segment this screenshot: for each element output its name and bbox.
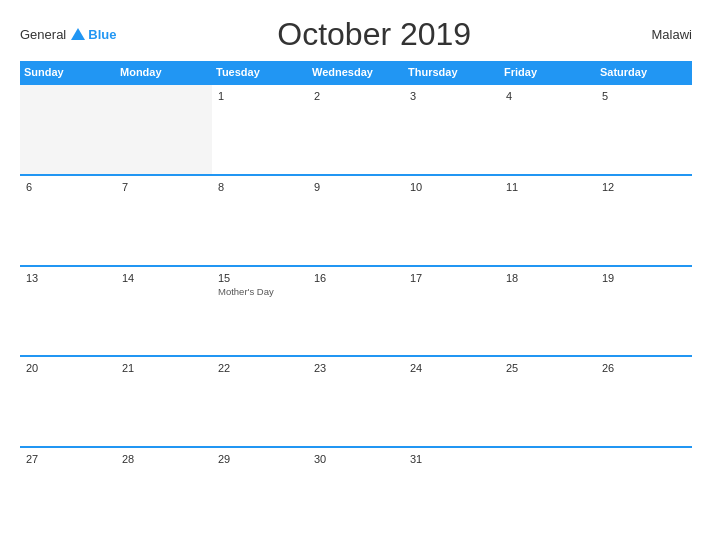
day-number: 15: [218, 272, 302, 284]
day-number: 6: [26, 181, 110, 193]
calendar-title: October 2019: [116, 16, 632, 53]
calendar-cell: 28: [116, 447, 212, 538]
calendar-cell: 7: [116, 175, 212, 266]
header-sunday: Sunday: [20, 61, 116, 84]
calendar-cell: 2: [308, 84, 404, 175]
day-number: 28: [122, 453, 206, 465]
calendar-cell: 1: [212, 84, 308, 175]
day-number: 7: [122, 181, 206, 193]
calendar-cell: 17: [404, 266, 500, 357]
calendar-page: General Blue October 2019 Malawi Sunday …: [0, 0, 712, 550]
calendar-cell: 21: [116, 356, 212, 447]
day-number: 12: [602, 181, 686, 193]
day-number: 13: [26, 272, 110, 284]
calendar-cell: 19: [596, 266, 692, 357]
day-number: 1: [218, 90, 302, 102]
calendar-week-2: 6789101112: [20, 175, 692, 266]
day-number: 14: [122, 272, 206, 284]
calendar-cell: 26: [596, 356, 692, 447]
calendar-cell: 3: [404, 84, 500, 175]
calendar-cell: 10: [404, 175, 500, 266]
header-friday: Friday: [500, 61, 596, 84]
calendar-cell: 11: [500, 175, 596, 266]
calendar-cell: 14: [116, 266, 212, 357]
top-bar: General Blue October 2019 Malawi: [20, 16, 692, 53]
calendar-cell: 27: [20, 447, 116, 538]
logo: General Blue: [20, 27, 116, 42]
calendar-cell: 30: [308, 447, 404, 538]
day-number: 24: [410, 362, 494, 374]
day-number: 26: [602, 362, 686, 374]
calendar-cell: 22: [212, 356, 308, 447]
header-row: Sunday Monday Tuesday Wednesday Thursday…: [20, 61, 692, 84]
day-number: 3: [410, 90, 494, 102]
calendar-table: Sunday Monday Tuesday Wednesday Thursday…: [20, 61, 692, 538]
day-number: 11: [506, 181, 590, 193]
logo-blue: Blue: [88, 27, 116, 42]
calendar-cell: 29: [212, 447, 308, 538]
calendar-week-1: 12345: [20, 84, 692, 175]
calendar-cell: 9: [308, 175, 404, 266]
header-wednesday: Wednesday: [308, 61, 404, 84]
day-number: 9: [314, 181, 398, 193]
calendar-cell: 24: [404, 356, 500, 447]
day-number: 5: [602, 90, 686, 102]
calendar-cell: 31: [404, 447, 500, 538]
day-number: 8: [218, 181, 302, 193]
day-number: 20: [26, 362, 110, 374]
country-label: Malawi: [632, 27, 692, 42]
calendar-cell: 16: [308, 266, 404, 357]
calendar-cell: 23: [308, 356, 404, 447]
header-thursday: Thursday: [404, 61, 500, 84]
calendar-cell: 12: [596, 175, 692, 266]
day-number: 27: [26, 453, 110, 465]
day-number: 22: [218, 362, 302, 374]
calendar-cell: [20, 84, 116, 175]
day-number: 10: [410, 181, 494, 193]
day-number: 19: [602, 272, 686, 284]
calendar-cell: 20: [20, 356, 116, 447]
day-number: 2: [314, 90, 398, 102]
day-number: 4: [506, 90, 590, 102]
logo-triangle-icon: [71, 28, 85, 40]
calendar-cell: [116, 84, 212, 175]
calendar-cell: 5: [596, 84, 692, 175]
calendar-cell: 8: [212, 175, 308, 266]
day-number: 25: [506, 362, 590, 374]
calendar-week-4: 20212223242526: [20, 356, 692, 447]
day-number: 23: [314, 362, 398, 374]
holiday-label: Mother's Day: [218, 286, 302, 297]
calendar-cell: 13: [20, 266, 116, 357]
calendar-cell: [500, 447, 596, 538]
calendar-cell: 18: [500, 266, 596, 357]
header-saturday: Saturday: [596, 61, 692, 84]
header-tuesday: Tuesday: [212, 61, 308, 84]
day-number: 21: [122, 362, 206, 374]
calendar-cell: 15Mother's Day: [212, 266, 308, 357]
day-number: 18: [506, 272, 590, 284]
calendar-cell: 6: [20, 175, 116, 266]
day-number: 30: [314, 453, 398, 465]
calendar-cell: [596, 447, 692, 538]
calendar-cell: 4: [500, 84, 596, 175]
day-number: 31: [410, 453, 494, 465]
calendar-cell: 25: [500, 356, 596, 447]
day-number: 29: [218, 453, 302, 465]
day-number: 17: [410, 272, 494, 284]
day-number: 16: [314, 272, 398, 284]
calendar-week-5: 2728293031: [20, 447, 692, 538]
header-monday: Monday: [116, 61, 212, 84]
calendar-week-3: 131415Mother's Day16171819: [20, 266, 692, 357]
logo-general: General: [20, 27, 66, 42]
